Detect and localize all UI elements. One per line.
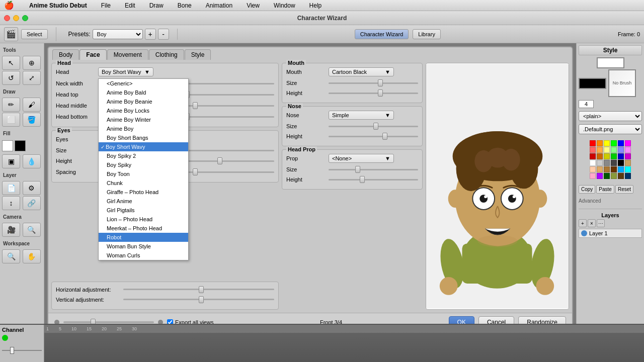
color-skin[interactable] [625, 160, 631, 166]
head-option-woman-curls[interactable]: Woman Curls [99, 251, 188, 260]
tab-body[interactable]: Body [52, 49, 79, 60]
color-olive[interactable] [611, 173, 617, 179]
color-forest-green[interactable] [604, 173, 610, 179]
head-option-generic[interactable]: <Generic> [99, 79, 188, 88]
color-light-green[interactable] [611, 147, 617, 153]
menu-window[interactable]: Window [271, 1, 298, 10]
color-hair-brown[interactable] [618, 173, 624, 179]
color-light-magenta[interactable] [625, 147, 631, 153]
add-preset-button[interactable]: + [145, 29, 156, 40]
color-orange[interactable] [597, 140, 603, 146]
color-light-yellow[interactable] [604, 147, 610, 153]
v-adjust-slider[interactable] [123, 296, 274, 303]
apple-menu[interactable]: 🍎 [4, 1, 14, 10]
color-black[interactable] [618, 160, 624, 166]
h-adjust-slider[interactable] [123, 286, 274, 293]
color-sky-blue[interactable] [618, 166, 624, 172]
color-brown[interactable] [604, 166, 610, 172]
menu-help[interactable]: Help [306, 1, 325, 10]
layers-add-btn[interactable]: + [579, 219, 587, 227]
no-brush-button[interactable]: No Brush [608, 69, 636, 97]
head-option-girl-anime[interactable]: Girl Anime [99, 197, 188, 206]
remove-preset-button[interactable]: - [158, 29, 169, 40]
menu-animation[interactable]: Animation [203, 1, 235, 10]
ok-button[interactable]: OK [449, 316, 474, 324]
head-option-boy-spiky2[interactable]: Boy Spiky 2 [99, 151, 188, 160]
fill-color-swatch[interactable] [2, 140, 13, 151]
menu-view[interactable]: View [244, 1, 263, 10]
head-option-boy-spiky[interactable]: Boy Spiky [99, 160, 188, 169]
color-yellow[interactable] [604, 140, 610, 146]
head-option-meerkat[interactable]: Meerkat – Photo Head [99, 224, 188, 233]
style-type-select[interactable]: <plain> rounded tapered [579, 111, 642, 121]
color-light-red[interactable] [590, 147, 596, 153]
view-slider-track[interactable] [63, 321, 154, 323]
color-dark-yellow[interactable] [604, 153, 610, 159]
color-cyan[interactable] [625, 166, 631, 172]
prop-height-slider[interactable] [329, 176, 418, 183]
mouth-dropdown-button[interactable]: Cartoon Black ▼ [329, 67, 394, 76]
nose-height-slider[interactable] [329, 133, 418, 140]
select-button[interactable]: Select [21, 29, 48, 39]
tab-movement[interactable]: Movement [107, 49, 148, 60]
head-option-chunk[interactable]: Chunk [99, 178, 188, 188]
menu-bone[interactable]: Bone [175, 1, 195, 10]
play-indicator[interactable] [2, 335, 8, 341]
mouth-height-slider[interactable] [329, 89, 418, 97]
color-dark-orange[interactable] [597, 153, 603, 159]
color-white[interactable] [590, 160, 596, 166]
color-gray[interactable] [604, 160, 610, 166]
view-slider-knob[interactable] [91, 319, 96, 324]
head-option-anime-winter[interactable]: Anime Boy Winter [99, 115, 188, 124]
color-dark-blue[interactable] [618, 153, 624, 159]
head-dropdown-button[interactable]: Boy Short Wavy ▼ [98, 67, 153, 76]
color-blue[interactable] [618, 140, 624, 146]
head-option-anime-boy[interactable]: Anime Boy [99, 124, 188, 133]
minimize-button[interactable] [13, 15, 19, 21]
head-option-anime-bald[interactable]: Anime Boy Bald [99, 88, 188, 97]
texture-select[interactable]: .Default.png [579, 124, 642, 134]
rotate-tool[interactable]: ↺ [2, 71, 20, 85]
head-option-boy-short-bangs[interactable]: Boy Short Bangs [99, 133, 188, 142]
head-option-woman-bun[interactable]: Woman Bun Style [99, 242, 188, 251]
color-dark-gray[interactable] [611, 160, 617, 166]
zoom-in-tool[interactable]: 🔍 [2, 249, 20, 263]
brush-tool[interactable]: 🖌 [23, 98, 41, 112]
color-tan[interactable] [597, 166, 603, 172]
tab-clothing[interactable]: Clothing [149, 49, 184, 60]
prop-dropdown-button[interactable]: <None> ▼ [329, 154, 394, 163]
mouth-size-slider[interactable] [329, 79, 418, 86]
color-navy[interactable] [625, 173, 631, 179]
color-light-blue[interactable] [618, 147, 624, 153]
color-red[interactable] [590, 140, 596, 146]
color-dark-brown[interactable] [611, 166, 617, 172]
color-light-gray[interactable] [597, 160, 603, 166]
tab-face[interactable]: Face [79, 49, 106, 60]
menu-file[interactable]: File [98, 1, 114, 10]
stroke-size-input[interactable] [579, 100, 594, 108]
head-option-anime-locks[interactable]: Anime Boy Locks [99, 106, 188, 115]
color-green[interactable] [611, 140, 617, 146]
hand-tool[interactable]: ✋ [23, 249, 41, 263]
menu-edit[interactable]: Edit [122, 1, 138, 10]
randomize-button[interactable]: Randomize [518, 316, 566, 324]
reset-style-button[interactable]: Reset [615, 185, 633, 194]
color-purple[interactable] [597, 173, 603, 179]
head-option-anime-beanie[interactable]: Anime Boy Beanie [99, 97, 188, 106]
layers-delete-btn[interactable]: × [588, 219, 596, 227]
color-dark-red[interactable] [590, 153, 596, 159]
transform-tool[interactable]: ⊕ [23, 56, 41, 70]
copy-style-button[interactable]: Copy [579, 185, 595, 194]
color-dark-magenta[interactable] [625, 153, 631, 159]
gradient-tool[interactable]: ▣ [2, 154, 20, 168]
prop-size-slider[interactable] [329, 166, 418, 173]
layer-add-tool[interactable]: 📄 [2, 181, 20, 195]
head-option-robot[interactable]: Robot [99, 233, 188, 242]
maximize-button[interactable] [22, 15, 28, 21]
camera-pan-tool[interactable]: 🎥 [2, 223, 20, 237]
eraser-tool[interactable]: ⬜ [2, 113, 20, 127]
tab-style[interactable]: Style [185, 49, 211, 60]
select-tool[interactable]: ↖ [2, 56, 20, 70]
stroke-color-swatch[interactable] [579, 78, 606, 89]
menu-app[interactable]: Anime Studio Debut [26, 1, 90, 10]
